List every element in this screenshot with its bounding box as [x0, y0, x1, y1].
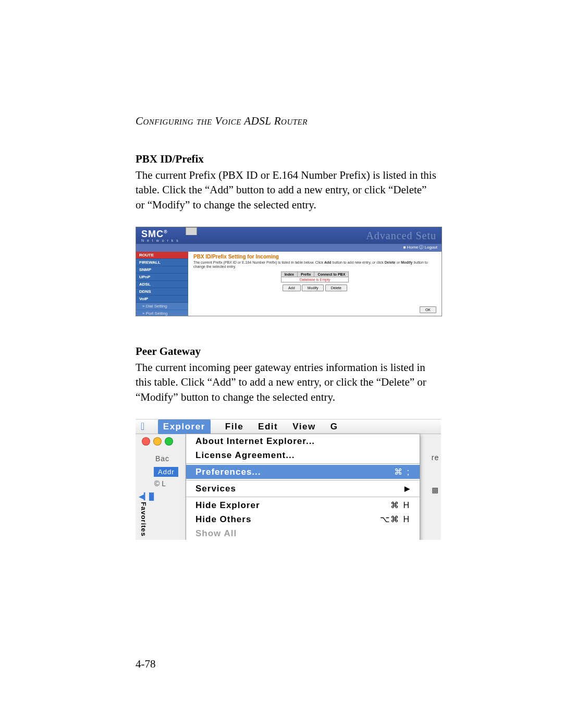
- sidebar-item[interactable]: » Dial Setting: [136, 303, 188, 310]
- router-advanced-title: Advanced Setu: [366, 230, 436, 242]
- address-label-fragment: Addr: [154, 467, 178, 477]
- menu-item[interactable]: Services▶: [186, 482, 420, 496]
- menu-item: Show All: [186, 526, 420, 540]
- sidebar-item[interactable]: VoIP: [136, 295, 188, 303]
- sidebar-item[interactable]: FIREWALL: [136, 259, 188, 266]
- menubar-item[interactable]: View: [292, 422, 315, 432]
- menu-separator: [186, 480, 420, 480]
- back-label-fragment: Bac: [155, 454, 169, 463]
- scrollbar-handle[interactable]: [186, 227, 197, 236]
- at-label-fragment: © L: [154, 479, 166, 488]
- menubar-app[interactable]: Explorer: [158, 419, 211, 434]
- prefix-table: IndexPrefixConnect to PBX Database is Em…: [281, 272, 349, 282]
- window-traffic-lights[interactable]: [142, 437, 173, 446]
- router-content: PBX ID/Prefix Setting for Incoming The c…: [188, 252, 442, 316]
- sidebar-item[interactable]: » Port Setting: [136, 310, 188, 316]
- menu-separator: [186, 463, 420, 464]
- menubar-item[interactable]: G: [331, 422, 338, 432]
- router-banner: SMC® N e t w o r k s Advanced Setu: [136, 227, 442, 244]
- modify-button[interactable]: Modify: [302, 285, 324, 291]
- menu-separator: [186, 497, 420, 497]
- table-row: Database is Empty: [281, 277, 349, 282]
- close-icon[interactable]: [142, 437, 150, 446]
- body-paragraph-peer: The current incoming peer gateway entrie…: [136, 360, 438, 404]
- sidebar-item[interactable]: DDNS: [136, 288, 188, 295]
- sidebar-item[interactable]: UPnP: [136, 274, 188, 281]
- section-heading-pbx: PBX ID/Prefix: [136, 153, 438, 166]
- menu-shortcut: ⌥⌘ H: [380, 514, 410, 524]
- menu-item[interactable]: Preferences...⌘ ;: [186, 465, 420, 479]
- add-button[interactable]: Add: [283, 285, 300, 291]
- screenshot-mac-menu:  Explorer File Edit View G Bac Addr © L…: [136, 419, 441, 540]
- sidebar-item[interactable]: ROUTE: [136, 252, 188, 259]
- page-number: 4-78: [136, 658, 156, 671]
- document-page: Configuring the Voice ADSL Router PBX ID…: [0, 0, 563, 728]
- menu-item[interactable]: About Internet Explorer...: [186, 434, 420, 448]
- router-top-links[interactable]: ■ Home ⓘ Logout: [136, 244, 442, 252]
- ok-button[interactable]: OK: [420, 306, 436, 313]
- sidebar-item[interactable]: ADSL: [136, 281, 188, 288]
- section-heading-peer: Peer Gateway: [136, 345, 438, 358]
- running-header: Configuring the Voice ADSL Router: [136, 115, 438, 128]
- content-description: The current Prefix (PBX ID or E.164 Numb…: [193, 261, 436, 268]
- menu-shortcut: ⌘ ;: [394, 467, 410, 477]
- app-menu-dropdown[interactable]: About Internet Explorer...License Agreem…: [186, 434, 420, 540]
- menu-shortcut: ⌘ H: [390, 500, 410, 510]
- minimize-icon[interactable]: [153, 437, 162, 446]
- tab-arrow-icon[interactable]: ◀▎█: [139, 492, 154, 500]
- table-header: Connect to PBX: [314, 272, 349, 277]
- table-header: Index: [281, 272, 297, 277]
- menu-item[interactable]: Hide Others⌥⌘ H: [186, 512, 420, 526]
- apple-menu-icon[interactable]: : [141, 421, 145, 433]
- table-header: Prefix: [297, 272, 314, 277]
- router-sidebar[interactable]: ROUTEFIREWALLSNMPUPnPADSLDDNSVoIP» Dial …: [136, 252, 188, 316]
- button-row: Add Modify Delete: [193, 285, 436, 291]
- menu-item[interactable]: License Agreement...: [186, 448, 420, 462]
- zoom-icon[interactable]: [165, 437, 173, 446]
- mac-menubar[interactable]:  Explorer File Edit View G: [136, 419, 441, 434]
- screenshot-router-ui: SMC® N e t w o r k s Advanced Setu ■ Hom…: [136, 227, 442, 316]
- router-logo: SMC® N e t w o r k s: [141, 229, 179, 242]
- menubar-item[interactable]: Edit: [258, 422, 278, 432]
- menubar-item[interactable]: File: [225, 422, 243, 432]
- content-title: PBX ID/Prefix Setting for Incoming: [193, 254, 436, 260]
- body-paragraph-pbx: The current Prefix (PBX ID or E.164 Numb…: [136, 168, 438, 212]
- favorites-tab[interactable]: Favorites: [140, 502, 148, 537]
- menu-shortcut: ▶: [405, 485, 410, 492]
- menu-item[interactable]: Hide Explorer⌘ H: [186, 498, 420, 512]
- table-header-row: IndexPrefixConnect to PBX: [281, 272, 349, 277]
- delete-button[interactable]: Delete: [325, 285, 347, 291]
- sidebar-item[interactable]: SNMP: [136, 266, 188, 274]
- right-edge-fragments: re ▩: [431, 450, 440, 498]
